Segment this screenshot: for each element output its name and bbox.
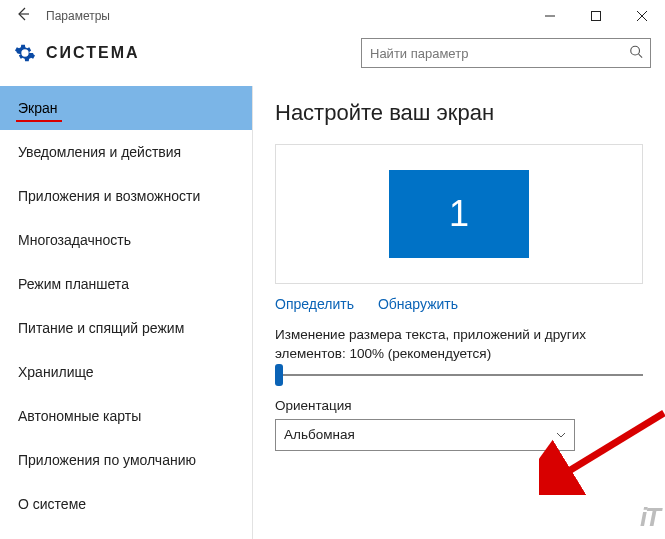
maximize-icon — [591, 11, 601, 21]
sidebar-item-power-sleep[interactable]: Питание и спящий режим — [0, 306, 252, 350]
sidebar-item-tablet-mode[interactable]: Режим планшета — [0, 262, 252, 306]
chevron-down-icon — [556, 430, 566, 440]
monitor-number: 1 — [449, 193, 469, 235]
sidebar-item-label: Приложения по умолчанию — [18, 452, 196, 468]
svg-point-4 — [631, 46, 640, 55]
section-header: СИСТЕМА — [0, 32, 665, 86]
back-button[interactable] — [0, 6, 46, 26]
monitor-tile[interactable]: 1 — [389, 170, 529, 258]
window-title: Параметры — [46, 9, 110, 23]
sidebar-item-label: Многозадачность — [18, 232, 131, 248]
orientation-select[interactable]: Альбомная — [275, 419, 575, 451]
orientation-label: Ориентация — [275, 398, 643, 413]
sidebar-item-label: Уведомления и действия — [18, 144, 181, 160]
sidebar-item-about[interactable]: О системе — [0, 482, 252, 512]
sidebar-item-display[interactable]: Экран — [0, 86, 252, 130]
sidebar-item-apps-features[interactable]: Приложения и возможности — [0, 174, 252, 218]
scale-slider[interactable] — [275, 374, 643, 376]
sidebar-item-storage[interactable]: Хранилище — [0, 350, 252, 394]
minimize-icon — [545, 11, 555, 21]
maximize-button[interactable] — [573, 0, 619, 32]
sidebar-item-default-apps[interactable]: Приложения по умолчанию — [0, 438, 252, 482]
sidebar-item-notifications[interactable]: Уведомления и действия — [0, 130, 252, 174]
scale-description: Изменение размера текста, приложений и д… — [275, 326, 643, 364]
svg-rect-1 — [592, 12, 601, 21]
sidebar-item-offline-maps[interactable]: Автономные карты — [0, 394, 252, 438]
sidebar-item-label: Режим планшета — [18, 276, 129, 292]
orientation-value: Альбомная — [284, 427, 355, 442]
svg-line-5 — [639, 54, 643, 58]
section-title: СИСТЕМА — [46, 44, 140, 62]
close-button[interactable] — [619, 0, 665, 32]
sidebar-item-label: Хранилище — [18, 364, 94, 380]
titlebar: Параметры — [0, 0, 665, 32]
sidebar-item-multitasking[interactable]: Многозадачность — [0, 218, 252, 262]
identify-link[interactable]: Определить — [275, 296, 354, 312]
main-content: Настройте ваш экран 1 Определить Обнаруж… — [253, 86, 665, 539]
sidebar-item-label: Питание и спящий режим — [18, 320, 184, 336]
sidebar-item-label: Приложения и возможности — [18, 188, 200, 204]
detect-link[interactable]: Обнаружить — [378, 296, 458, 312]
page-title: Настройте ваш экран — [275, 100, 643, 126]
close-icon — [637, 11, 647, 21]
arrow-left-icon — [15, 6, 31, 22]
sidebar-item-label: Экран — [18, 100, 58, 116]
search-icon — [629, 45, 643, 62]
slider-thumb[interactable] — [275, 364, 283, 386]
search-field[interactable] — [361, 38, 651, 68]
active-underline — [16, 120, 62, 122]
sidebar: Экран Уведомления и действия Приложения … — [0, 86, 253, 539]
search-input[interactable] — [361, 38, 651, 68]
watermark: iT — [640, 502, 659, 533]
sidebar-item-label: Автономные карты — [18, 408, 141, 424]
minimize-button[interactable] — [527, 0, 573, 32]
sidebar-item-label: О системе — [18, 496, 86, 512]
display-arrangement[interactable]: 1 — [275, 144, 643, 284]
gear-icon — [14, 42, 36, 64]
